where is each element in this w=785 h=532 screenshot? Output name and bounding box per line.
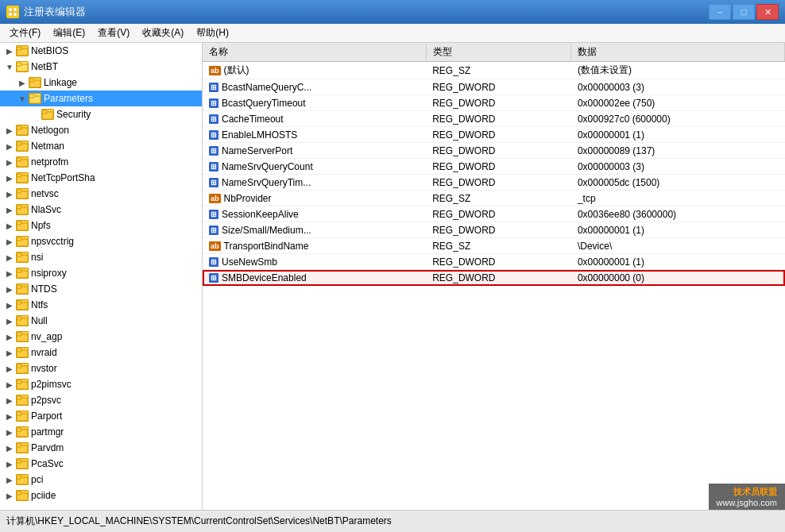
tree-node-Parvdm[interactable]: ▶ Parvdm <box>0 440 202 456</box>
tree-node-nsiproxy[interactable]: ▶ nsiproxy <box>0 265 202 281</box>
menu-item-编辑(E)[interactable]: 编辑(E) <box>47 24 91 42</box>
table-row[interactable]: ab NbProviderREG_SZ_tcp <box>203 191 785 206</box>
tree-expand-icon[interactable]: ▶ <box>3 441 16 454</box>
tree-node-Null[interactable]: ▶ Null <box>0 313 202 329</box>
tree-expand-icon[interactable]: ▶ <box>3 283 16 295</box>
tree-expand-icon[interactable]: ▶ <box>3 251 16 264</box>
tree-expand-icon[interactable]: ▶ <box>3 394 16 407</box>
tree-expand-icon[interactable]: ▶ <box>3 172 16 184</box>
tree-node-p2psvc[interactable]: ▶ p2psvc <box>0 392 202 408</box>
tree-node-pciide[interactable]: ▶ pciide <box>0 488 202 503</box>
tree-expand-icon[interactable]: ▶ <box>3 219 16 232</box>
icon-badge: ⊞ <box>209 226 218 235</box>
svg-rect-7 <box>17 63 21 66</box>
tree-expand-icon[interactable]: ▶ <box>3 489 16 502</box>
tree-expand-icon[interactable]: ▶ <box>3 378 16 391</box>
table-row[interactable]: ⊞ NameServerPortREG_DWORD0x00000089 (137… <box>203 143 785 159</box>
ab-icon: ab (默认) <box>209 64 249 77</box>
tree-expand-icon[interactable]: ▼ <box>16 92 29 105</box>
table-row[interactable]: ⊞ BcastQueryTimeoutREG_DWORD0x000002ee (… <box>203 95 785 111</box>
tree-node-Npfs[interactable]: ▶ Npfs <box>0 218 202 233</box>
tree-node-nvraid[interactable]: ▶ nvraid <box>0 345 202 360</box>
cell-data: 0x00000001 (1) <box>571 254 785 270</box>
svg-rect-53 <box>17 428 21 431</box>
folder-icon <box>16 252 29 263</box>
table-row[interactable]: ab (默认)REG_SZ(数值未设置) <box>203 62 785 79</box>
tree-expand-icon[interactable]: ▶ <box>3 124 16 137</box>
tree-expand-icon[interactable]: ▶ <box>3 235 16 248</box>
tree-node-nvstor[interactable]: ▶ nvstor <box>0 360 202 376</box>
tree-node-Netlogon[interactable]: ▶ Netlogon <box>0 122 202 138</box>
svg-rect-57 <box>17 460 21 463</box>
tree-expand-icon[interactable] <box>29 108 41 121</box>
tree-expand-icon[interactable]: ▶ <box>3 187 16 200</box>
tree-node-nv_agp[interactable]: ▶ nv_agp <box>0 329 202 345</box>
tree-node-p2pimsvc[interactable]: ▶ p2pimsvc <box>0 376 202 392</box>
status-bar: 计算机\HKEY_LOCAL_MACHINE\SYSTEM\CurrentCon… <box>0 510 785 532</box>
tree-node-partmgr[interactable]: ▶ partmgr <box>0 424 202 440</box>
cell-type: REG_DWORD <box>426 79 571 95</box>
tree-node-Security[interactable]: Security <box>0 106 202 122</box>
tree-expand-icon[interactable]: ▶ <box>3 457 16 470</box>
tree-node-netvsc[interactable]: ▶ netvsc <box>0 186 202 202</box>
tree-expand-icon[interactable]: ▼ <box>3 60 16 73</box>
maximize-button[interactable]: □ <box>733 4 755 20</box>
table-row[interactable]: ⊞ UseNewSmbREG_DWORD0x00000001 (1) <box>203 254 785 270</box>
tree-node-PcaSvc[interactable]: ▶ PcaSvc <box>0 456 202 472</box>
tree-node-NetBT[interactable]: ▼ NetBT <box>0 59 202 75</box>
table-row[interactable]: ⊞ NameSrvQueryCountREG_DWORD0x00000003 (… <box>203 159 785 175</box>
tree-node-nsi[interactable]: ▶ nsi <box>0 249 202 265</box>
tree-expand-icon[interactable]: ▶ <box>3 362 16 375</box>
tree-node-netprofm[interactable]: ▶ netprofm <box>0 154 202 170</box>
cell-type: REG_DWORD <box>426 254 571 270</box>
svg-rect-2 <box>9 13 12 16</box>
tree-expand-icon[interactable]: ▶ <box>3 346 16 359</box>
tree-node-npsvcctrig[interactable]: ▶ npsvcctrig <box>0 233 202 249</box>
tree-node-label: netprofm <box>31 156 68 168</box>
tree-node-Linkage[interactable]: ▶ Linkage <box>0 75 202 91</box>
tree-node-pci[interactable]: ▶ pci <box>0 472 202 488</box>
right-panel[interactable]: 名称 类型 数据 ab (默认)REG_SZ(数值未设置)⊞ BcastName… <box>203 43 785 510</box>
tree-expand-icon[interactable]: ▶ <box>16 76 29 89</box>
tree-node-NlaSvc[interactable]: ▶ NlaSvc <box>0 202 202 218</box>
tree-expand-icon[interactable]: ▶ <box>3 410 16 422</box>
tree-expand-icon[interactable]: ▶ <box>3 203 16 216</box>
tree-expand-icon[interactable]: ▶ <box>3 44 16 57</box>
minimize-button[interactable]: － <box>709 4 731 20</box>
menu-item-收藏夹(A)[interactable]: 收藏夹(A) <box>136 24 190 42</box>
tree-node-NetBIOS[interactable]: ▶ NetBIOS <box>0 43 202 59</box>
menu-item-文件(F)[interactable]: 文件(F) <box>3 24 47 42</box>
menu-item-帮助(H)[interactable]: 帮助(H) <box>190 24 235 42</box>
tree-node-NTDS[interactable]: ▶ NTDS <box>0 281 202 297</box>
tree-expand-icon[interactable]: ▶ <box>3 267 16 279</box>
table-row[interactable]: ⊞ SMBDeviceEnabledREG_DWORD0x00000000 (0… <box>203 270 785 286</box>
cell-name: ab (默认) <box>203 62 426 79</box>
tree-node-NetTcpPortSha[interactable]: ▶ NetTcpPortSha <box>0 170 202 186</box>
tree-expand-icon[interactable]: ▶ <box>3 473 16 486</box>
table-row[interactable]: ⊞ CacheTimeoutREG_DWORD0x000927c0 (60000… <box>203 111 785 127</box>
tree-expand-icon[interactable]: ▶ <box>3 299 16 311</box>
close-button[interactable]: ✕ <box>756 4 779 20</box>
tree-panel[interactable]: ▶ NetBIOS▼ NetBT▶ Linkage▼ Parameters Se… <box>0 43 203 510</box>
tree-expand-icon[interactable]: ▶ <box>3 314 16 327</box>
tree-expand-icon[interactable]: ▶ <box>3 156 16 168</box>
tree-node-Netman[interactable]: ▶ Netman <box>0 138 202 154</box>
tree-expand-icon[interactable]: ▶ <box>3 330 16 343</box>
table-row[interactable]: ⊞ NameSrvQueryTim...REG_DWORD0x000005dc … <box>203 175 785 191</box>
tree-node-Parameters[interactable]: ▼ Parameters <box>0 91 202 106</box>
tree-expand-icon[interactable]: ▶ <box>3 426 16 438</box>
tree-node-Parport[interactable]: ▶ Parport <box>0 408 202 424</box>
title-bar-left: 注册表编辑器 <box>6 5 86 19</box>
menu-item-查看(V)[interactable]: 查看(V) <box>91 24 136 42</box>
tree-expand-icon[interactable]: ▶ <box>3 140 16 152</box>
table-row[interactable]: ⊞ Size/Small/Medium...REG_DWORD0x0000000… <box>203 222 785 238</box>
table-row[interactable]: ⊞ BcastNameQueryC...REG_DWORD0x00000003 … <box>203 79 785 95</box>
tree-node-Ntfs[interactable]: ▶ Ntfs <box>0 297 202 313</box>
svg-rect-61 <box>17 492 21 495</box>
svg-rect-3 <box>14 13 17 16</box>
table-row[interactable]: ab TransportBindNameREG_SZ\Device\ <box>203 238 785 254</box>
svg-rect-0 <box>9 8 12 11</box>
cell-name: ⊞ NameSrvQueryTim... <box>203 175 426 191</box>
table-row[interactable]: ⊞ EnableLMHOSTSREG_DWORD0x00000001 (1) <box>203 127 785 143</box>
table-row[interactable]: ⊞ SessionKeepAliveREG_DWORD0x0036ee80 (3… <box>203 206 785 222</box>
